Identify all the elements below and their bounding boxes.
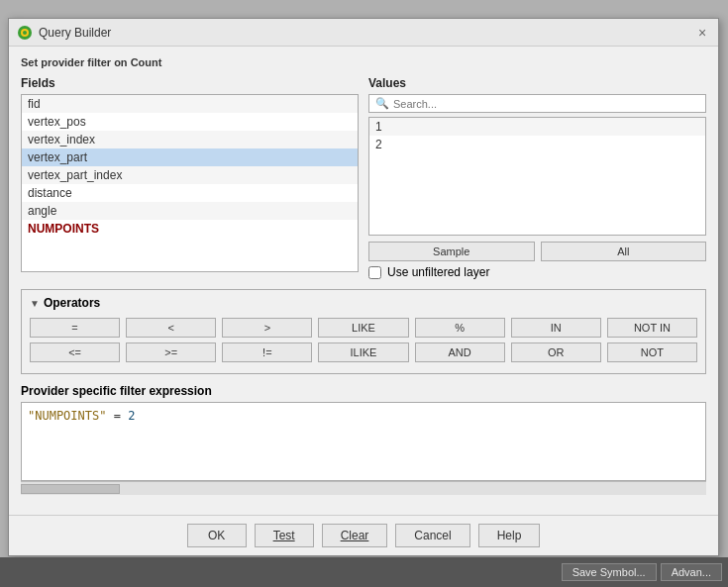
search-icon: 🔍	[375, 97, 389, 110]
provider-label: Set provider filter on Count	[21, 56, 706, 68]
fields-title: Fields	[21, 76, 359, 90]
unfiltered-label: Use unfiltered layer	[387, 265, 489, 279]
op-equals[interactable]: =	[30, 318, 120, 338]
list-item[interactable]: NUMPOINTS	[22, 220, 358, 238]
values-buttons: Sample All	[368, 242, 706, 261]
help-button[interactable]: Help	[478, 524, 541, 547]
op-neq[interactable]: !=	[222, 342, 312, 362]
qgis-icon	[17, 25, 33, 41]
values-section: Values 🔍 1 2 Sample All Use unfiltered l…	[368, 76, 706, 279]
operators-title: Operators	[44, 296, 100, 310]
taskbar: Save Symbol... Advan...	[0, 557, 728, 587]
save-symbols-button[interactable]: Save Symbol...	[562, 563, 657, 581]
sample-button[interactable]: Sample	[368, 242, 535, 261]
collapse-icon: ▼	[30, 298, 40, 309]
svg-point-2	[23, 31, 27, 35]
expr-key: "NUMPOINTS"	[28, 409, 106, 423]
title-bar: Query Builder ×	[9, 19, 718, 47]
unfiltered-row: Use unfiltered layer	[368, 265, 706, 279]
title-bar-left: Query Builder	[17, 25, 111, 41]
all-button[interactable]: All	[541, 242, 707, 261]
operators-row2: <= >= != ILIKE AND OR NOT	[30, 342, 697, 362]
op-not-in[interactable]: NOT IN	[607, 318, 697, 338]
expression-title: Provider specific filter expression	[21, 384, 706, 398]
op-or[interactable]: OR	[511, 342, 601, 362]
values-title: Values	[368, 76, 706, 90]
expr-op: =	[114, 409, 128, 423]
list-item[interactable]: angle	[22, 202, 358, 220]
test-button[interactable]: Test	[255, 524, 314, 547]
search-box: 🔍	[368, 94, 706, 113]
dialog-body: Set provider filter on Count Fields fid …	[9, 47, 718, 515]
unfiltered-checkbox[interactable]	[368, 266, 381, 279]
list-item[interactable]: vertex_part_index	[22, 166, 358, 184]
cancel-button[interactable]: Cancel	[395, 524, 469, 547]
list-item[interactable]: vertex_index	[22, 131, 358, 148]
operators-row1: = < > LIKE % IN NOT IN	[30, 318, 697, 338]
list-item[interactable]: 1	[369, 118, 705, 136]
op-and[interactable]: AND	[415, 342, 505, 362]
op-lte[interactable]: <=	[30, 342, 120, 362]
horizontal-scrollbar[interactable]	[21, 481, 706, 495]
operators-header[interactable]: ▼ Operators	[30, 296, 697, 310]
expression-box[interactable]: "NUMPOINTS" = 2	[21, 402, 706, 481]
clear-button[interactable]: Clear	[322, 524, 388, 547]
list-item[interactable]: vertex_pos	[22, 113, 358, 131]
advanced-button[interactable]: Advan...	[661, 563, 722, 581]
fields-section: Fields fid vertex_pos vertex_index verte…	[21, 76, 359, 279]
search-input[interactable]	[393, 98, 699, 110]
operators-section: ▼ Operators = < > LIKE % IN NOT IN <= >=…	[21, 289, 706, 374]
values-list[interactable]: 1 2	[368, 117, 706, 236]
list-item[interactable]: distance	[22, 184, 358, 202]
query-builder-dialog: Query Builder × Set provider filter on C…	[8, 18, 719, 556]
op-gte[interactable]: >=	[126, 342, 216, 362]
scrollbar-thumb[interactable]	[21, 484, 120, 494]
expression-section: Provider specific filter expression "NUM…	[21, 384, 706, 495]
op-percent[interactable]: %	[415, 318, 505, 338]
bottom-bar: OK Test Clear Cancel Help	[9, 515, 718, 555]
list-item[interactable]: vertex_part	[22, 148, 358, 166]
op-lt[interactable]: <	[126, 318, 216, 338]
ok-button[interactable]: OK	[187, 524, 247, 547]
list-item[interactable]: 2	[369, 136, 705, 153]
op-ilike[interactable]: ILIKE	[318, 342, 408, 362]
scrollbar-track	[21, 484, 706, 494]
dialog-title: Query Builder	[39, 26, 111, 40]
op-gt[interactable]: >	[222, 318, 312, 338]
close-button[interactable]: ×	[694, 25, 710, 41]
op-like[interactable]: LIKE	[318, 318, 408, 338]
op-not[interactable]: NOT	[607, 342, 697, 362]
op-in[interactable]: IN	[511, 318, 601, 338]
expr-val: 2	[128, 409, 135, 423]
fields-list[interactable]: fid vertex_pos vertex_index vertex_part …	[21, 94, 359, 272]
two-column-layout: Fields fid vertex_pos vertex_index verte…	[21, 76, 706, 279]
list-item[interactable]: fid	[22, 95, 358, 113]
